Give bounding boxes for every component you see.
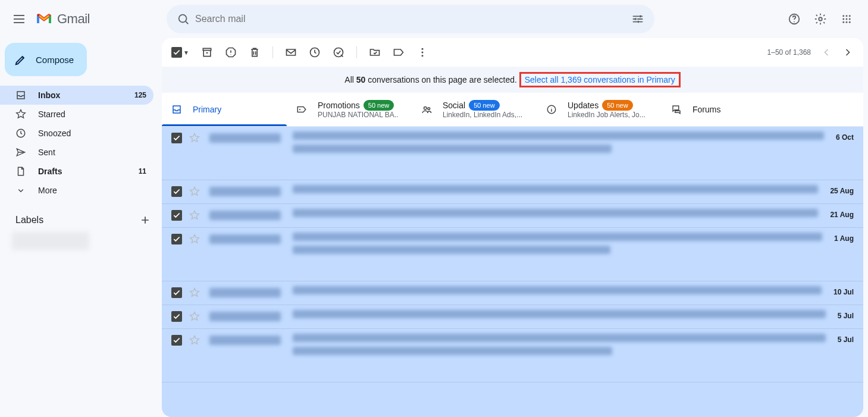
tab-updates[interactable]: Updates 50 newLinkedIn Job Alerts, Jo... <box>537 93 662 126</box>
star-button[interactable] <box>189 311 201 323</box>
star-button[interactable] <box>189 186 201 198</box>
mail-date: 1 Aug <box>834 234 854 243</box>
mail-content-redacted <box>293 334 826 360</box>
star-icon <box>189 186 200 197</box>
nav-item-more[interactable]: More <box>0 181 153 200</box>
mail-row[interactable]: 25 Aug <box>162 180 863 204</box>
mail-sender-redacted <box>209 312 281 321</box>
mail-checkbox[interactable] <box>171 311 183 323</box>
mail-date: 5 Jul <box>838 312 854 320</box>
nav-label: Drafts <box>38 167 139 176</box>
star-button[interactable] <box>189 133 201 145</box>
check-icon <box>173 134 181 142</box>
search-button[interactable] <box>171 7 195 31</box>
star-button[interactable] <box>189 287 201 299</box>
nav-item-starred[interactable]: Starred <box>0 105 153 124</box>
select-all-checkbox[interactable] <box>171 47 182 58</box>
mail-content-redacted <box>293 233 822 259</box>
tab-forums[interactable]: Forums <box>662 93 786 126</box>
check-icon <box>173 48 181 57</box>
search-wrap <box>167 5 654 33</box>
more-actions-button[interactable] <box>416 46 428 58</box>
apps-icon <box>841 14 852 24</box>
archive-icon <box>201 46 213 58</box>
mail-date: 10 Jul <box>833 288 854 296</box>
chevron-right-icon <box>842 46 854 58</box>
clock-icon <box>15 128 27 139</box>
select-all-conversations-link[interactable]: Select all 1,369 conversations in Primar… <box>519 72 681 87</box>
mail-checkbox[interactable] <box>171 210 183 222</box>
help-button[interactable] <box>782 7 806 31</box>
tab-primary[interactable]: Primary <box>162 93 287 126</box>
compose-button[interactable]: Compose <box>5 43 87 76</box>
trash-icon <box>249 46 261 58</box>
main-menu-button[interactable] <box>5 5 33 33</box>
select-all-control[interactable]: ▼ <box>171 47 189 58</box>
mail-checkbox[interactable] <box>171 186 183 198</box>
header: Gmail <box>0 0 868 38</box>
labels-title: Labels <box>15 215 43 225</box>
apps-button[interactable] <box>835 7 858 31</box>
nav-count: 11 <box>139 167 146 175</box>
mail-sender-redacted <box>209 187 281 196</box>
mail-row[interactable]: 10 Jul <box>162 281 863 305</box>
move-to-button[interactable] <box>369 46 381 58</box>
nav-count: 125 <box>134 91 146 99</box>
star-button[interactable] <box>189 234 201 246</box>
mail-checkbox[interactable] <box>171 234 183 246</box>
mail-checkbox[interactable] <box>171 287 183 299</box>
delete-button[interactable] <box>249 46 261 58</box>
add-task-button[interactable] <box>333 46 344 58</box>
mail-row[interactable]: 5 Jul <box>162 329 863 382</box>
report-spam-button[interactable] <box>225 46 237 58</box>
labels-button[interactable] <box>393 46 405 58</box>
help-icon <box>788 12 801 26</box>
menu-icon <box>12 12 26 26</box>
snooze-button[interactable] <box>309 46 321 58</box>
nav-item-inbox[interactable]: Inbox125 <box>0 86 153 105</box>
nav-item-snoozed[interactable]: Snoozed <box>0 124 153 143</box>
mark-read-button[interactable] <box>285 46 297 58</box>
search-input[interactable] <box>195 14 626 24</box>
check-icon <box>173 211 181 220</box>
settings-button[interactable] <box>809 7 832 31</box>
star-button[interactable] <box>189 335 201 347</box>
send-icon <box>15 147 27 158</box>
tab-social[interactable]: Social 50 newLinkedIn, LinkedIn Ads,... <box>412 93 537 126</box>
file-icon <box>15 166 27 177</box>
mail-date: 5 Jul <box>838 336 854 344</box>
check-icon <box>173 312 181 321</box>
nav-item-drafts[interactable]: Drafts11 <box>0 162 153 181</box>
pencil-icon <box>14 53 27 66</box>
mail-checkbox[interactable] <box>171 133 183 145</box>
gmail-logo[interactable]: Gmail <box>36 11 90 27</box>
prev-page-button[interactable] <box>820 46 832 58</box>
add-label-button[interactable] <box>139 214 151 226</box>
mail-row[interactable]: 21 Aug <box>162 204 863 228</box>
search-options-button[interactable] <box>626 7 650 31</box>
gear-icon <box>814 12 827 26</box>
toolbar-left: ▼ <box>171 46 428 58</box>
search-bar <box>167 5 654 33</box>
chevron-left-icon <box>820 46 832 58</box>
mail-row[interactable]: 5 Jul <box>162 305 863 329</box>
main-panel: ▼ 1–50 of 1,368 All 50 conve <box>162 38 863 417</box>
star-button[interactable] <box>189 210 201 222</box>
nav-item-sent[interactable]: Sent <box>0 143 153 162</box>
archive-button[interactable] <box>201 46 213 58</box>
star-icon <box>15 109 27 120</box>
banner-prefix: All <box>344 75 356 84</box>
mail-checkbox[interactable] <box>171 335 183 347</box>
mail-row[interactable]: 6 Oct <box>162 127 863 180</box>
star-icon <box>189 335 200 346</box>
tab-promotions[interactable]: Promotions 50 newPUNJAB NATIONAL BA.. <box>287 93 412 126</box>
star-icon <box>189 234 200 244</box>
tab-subtitle: LinkedIn, LinkedIn Ads,... <box>443 111 522 119</box>
mail-content-redacted <box>293 209 818 222</box>
next-page-button[interactable] <box>842 46 854 58</box>
mail-row[interactable]: 1 Aug <box>162 228 863 281</box>
toolbar: ▼ 1–50 of 1,368 <box>162 38 863 67</box>
label-icon <box>393 46 405 58</box>
compose-label: Compose <box>36 55 74 65</box>
select-dropdown-caret[interactable]: ▼ <box>183 49 189 56</box>
